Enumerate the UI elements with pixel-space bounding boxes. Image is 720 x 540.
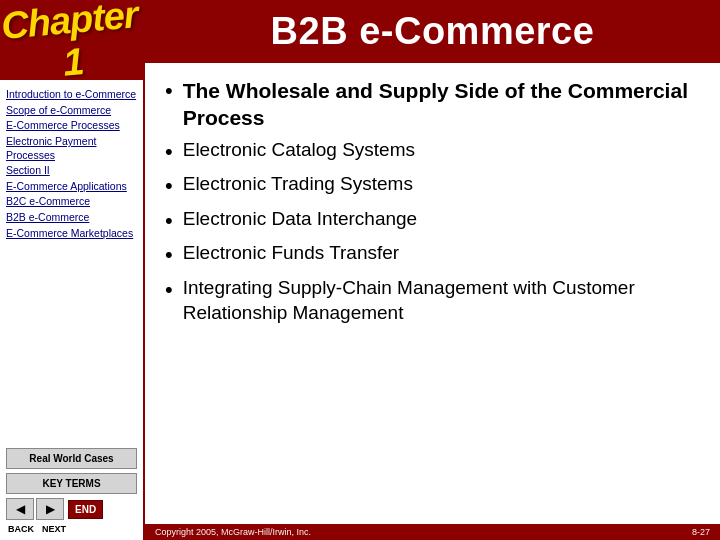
bullet-text-5: Integrating Supply-Chain Management with… <box>183 276 700 325</box>
bullet-text-2: Electronic Trading Systems <box>183 172 413 197</box>
slide-title: B2B e-Commerce <box>145 0 720 63</box>
back-label: BACK <box>8 524 34 534</box>
sidebar-item-b2c[interactable]: B2C e-Commerce <box>6 195 137 209</box>
nav-links: Introduction to e-CommerceScope of e-Com… <box>0 80 143 442</box>
sidebar-item-processes[interactable]: E-Commerce Processes <box>6 119 137 133</box>
navigation-row: ◀ ▶ END <box>6 498 137 520</box>
bullet-item-5: •Integrating Supply-Chain Management wit… <box>165 276 700 325</box>
sidebar-item-b2b[interactable]: B2B e-Commerce <box>6 211 137 225</box>
slide-body: •The Wholesale and Supply Side of the Co… <box>145 63 720 524</box>
sidebar-item-applications[interactable]: E-Commerce Applications <box>6 180 137 194</box>
bullet-item-3: •Electronic Data Interchange <box>165 207 700 236</box>
bullet-item-1: •Electronic Catalog Systems <box>165 138 700 167</box>
chapter-banner: Chapter 1 <box>0 0 143 80</box>
bullet-dot-4: • <box>165 241 173 270</box>
bullet-item-4: •Electronic Funds Transfer <box>165 241 700 270</box>
bullet-dot-3: • <box>165 207 173 236</box>
sidebar-item-scope[interactable]: Scope of e-Commerce <box>6 104 137 118</box>
sidebar-item-marketplaces[interactable]: E-Commerce Marketplaces <box>6 227 137 241</box>
chapter-label: Chapter 1 <box>0 0 143 80</box>
footer-page: 8-27 <box>692 527 710 537</box>
sidebar: Chapter 1 Introduction to e-CommerceScop… <box>0 0 145 540</box>
footer-copyright: Copyright 2005, McGraw-Hill/Irwin, Inc. <box>155 527 311 537</box>
bullet-list: •The Wholesale and Supply Side of the Co… <box>165 77 700 331</box>
key-terms-button[interactable]: KEY TERMS <box>6 473 137 494</box>
sidebar-item-section2[interactable]: Section II <box>6 164 137 178</box>
bullet-dot-0: • <box>165 77 173 106</box>
next-label: NEXT <box>42 524 66 534</box>
slide-footer: Copyright 2005, McGraw-Hill/Irwin, Inc. … <box>145 524 720 540</box>
bullet-dot-2: • <box>165 172 173 201</box>
bullet-item-0: •The Wholesale and Supply Side of the Co… <box>165 77 700 132</box>
back-next-labels: BACK NEXT <box>6 524 137 534</box>
end-button[interactable]: END <box>68 500 103 519</box>
bullet-text-1: Electronic Catalog Systems <box>183 138 415 163</box>
bullet-text-3: Electronic Data Interchange <box>183 207 417 232</box>
sidebar-item-intro[interactable]: Introduction to e-Commerce <box>6 88 137 102</box>
bullet-text-4: Electronic Funds Transfer <box>183 241 399 266</box>
nav-bottom: Real World Cases KEY TERMS ◀ ▶ END BACK … <box>0 442 143 540</box>
bullet-text-0: The Wholesale and Supply Side of the Com… <box>183 77 700 132</box>
sidebar-item-payment[interactable]: Electronic Payment Processes <box>6 135 137 162</box>
back-button[interactable]: ◀ <box>6 498 34 520</box>
bullet-dot-5: • <box>165 276 173 305</box>
real-world-cases-button[interactable]: Real World Cases <box>6 448 137 469</box>
main-content: B2B e-Commerce •The Wholesale and Supply… <box>145 0 720 540</box>
bullet-item-2: •Electronic Trading Systems <box>165 172 700 201</box>
next-button[interactable]: ▶ <box>36 498 64 520</box>
bullet-dot-1: • <box>165 138 173 167</box>
